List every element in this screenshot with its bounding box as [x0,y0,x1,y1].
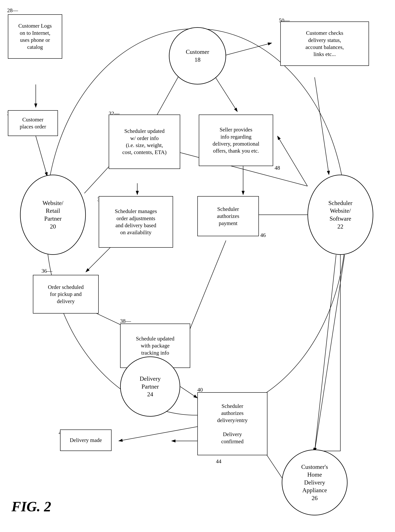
svg-line-21 [223,43,272,56]
delivery-partner-circle: DeliveryPartner24 [120,357,180,417]
order-scheduled-box: Order scheduledfor pickup anddelivery [33,275,99,314]
seller-provides-box: Seller providesinfo regardingdelivery, p… [199,115,273,166]
customer-checks-box: Customer checksdelivery status,account b… [280,22,369,66]
customer-places-order-box: Customerplaces order [8,110,58,136]
scheduler-updated-order-box: Scheduler updatedw/ order info(i.e. size… [109,115,180,169]
ref-38: 38— [120,318,131,324]
svg-line-20 [277,136,307,186]
ref-40: 40 [197,386,203,393]
ref-44: 44 [216,458,221,465]
website-retail-ellipse: Website/RetailPartner20 [20,175,86,255]
svg-line-4 [36,136,47,176]
scheduler-authorizes-payment-box: Schedulerauthorizespayment [197,196,259,236]
ref-48: 48 [274,165,280,171]
delivery-made-box: Delivery made [60,430,112,451]
ref-46: 46 [260,232,266,238]
svg-line-19 [315,255,345,452]
customer-logs-box: Customer Logson to Internet,uses phone o… [8,14,62,59]
svg-line-18 [315,255,336,452]
svg-point-2 [46,29,346,415]
scheduler-authorizes-delivery-box: Schedulerauthorizesdelivery/entryDeliver… [197,392,267,455]
ref-28: 28— [7,7,18,13]
scheduler-software-ellipse: SchedulerWebsite/Software22 [307,175,373,255]
ref-36: 36— [41,268,52,274]
home-delivery-appliance-circle: Customer'sHomeDeliveryAppliance26 [282,449,347,515]
svg-line-16 [119,427,197,441]
figure-label: FIG. 2 [11,498,51,515]
scheduler-manages-box: Scheduler managesorder adjustmentsand de… [99,196,173,248]
customer-circle: Customer18 [169,27,226,84]
svg-line-10 [214,76,237,112]
svg-line-15 [180,386,197,398]
svg-line-22 [315,77,329,175]
